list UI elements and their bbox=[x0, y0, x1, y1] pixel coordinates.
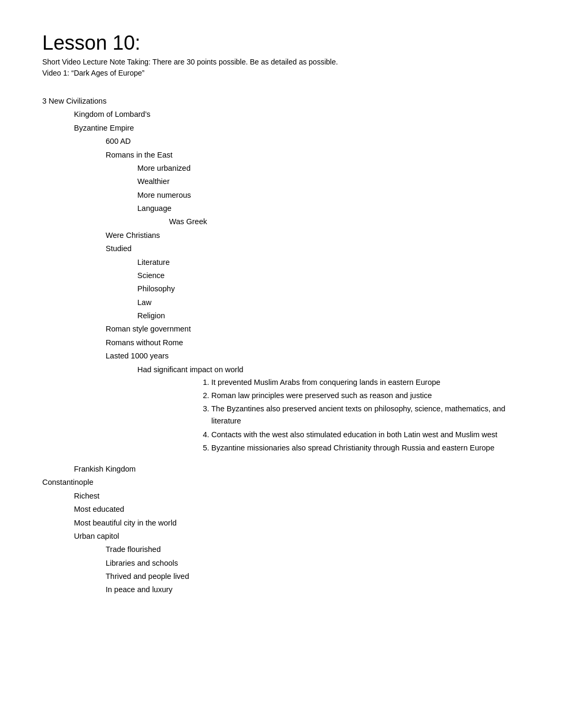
impact-item-5: Byzantine missionaries also spread Chris… bbox=[211, 442, 519, 454]
trade-flourished: Trade flourished bbox=[106, 543, 519, 556]
were-christians: Were Christians bbox=[106, 229, 519, 242]
most-beautiful: Most beautiful city in the world bbox=[74, 517, 519, 530]
more-numerous: More numerous bbox=[137, 189, 519, 202]
impact-item-3: The Byzantines also preserved ancient te… bbox=[211, 403, 519, 427]
urban-capitol: Urban capitol bbox=[74, 530, 519, 543]
language: Language bbox=[137, 202, 519, 215]
studied: Studied bbox=[106, 242, 519, 255]
subtitle: Short Video Lecture Note Taking: There a… bbox=[42, 57, 519, 79]
religion: Religion bbox=[137, 309, 519, 322]
impact-item-4: Contacts with the west also stimulated e… bbox=[211, 429, 519, 441]
constantinople: Constantinople bbox=[42, 476, 519, 489]
libraries-schools: Libraries and schools bbox=[106, 557, 519, 570]
richest: Richest bbox=[74, 490, 519, 503]
page-title: Lesson 10: bbox=[42, 32, 519, 54]
impact-item-2: Roman law principles were preserved such… bbox=[211, 390, 519, 402]
philosophy: Philosophy bbox=[137, 282, 519, 296]
romans-east: Romans in the East bbox=[106, 149, 519, 162]
more-urbanized: More urbanized bbox=[137, 162, 519, 175]
impact-item-1: It prevented Muslim Arabs from conquerin… bbox=[211, 376, 519, 389]
in-peace: In peace and luxury bbox=[106, 583, 519, 596]
most-educated: Most educated bbox=[74, 503, 519, 516]
romans-without-rome: Romans without Rome bbox=[106, 336, 519, 349]
lasted-1000: Lasted 1000 years bbox=[106, 349, 519, 363]
kingdom-lombards: Kingdom of Lombard’s bbox=[74, 108, 519, 121]
science: Science bbox=[137, 269, 519, 282]
roman-style-gov: Roman style government bbox=[106, 322, 519, 336]
law: Law bbox=[137, 296, 519, 309]
year-600: 600 AD bbox=[106, 135, 519, 148]
impact-list: It prevented Muslim Arabs from conquerin… bbox=[201, 376, 519, 454]
was-greek: Was Greek bbox=[169, 215, 519, 228]
section-label: 3 New Civilizations bbox=[42, 95, 519, 108]
had-significant: Had significant impact on world bbox=[137, 363, 519, 376]
thrived-people: Thrived and people lived bbox=[106, 570, 519, 583]
frankish-kingdom: Frankish Kingdom bbox=[74, 463, 519, 476]
outline-content: 3 New Civilizations Kingdom of Lombard’s… bbox=[42, 95, 519, 597]
literature: Literature bbox=[137, 256, 519, 269]
byzantine-empire: Byzantine Empire bbox=[74, 122, 519, 135]
wealthier: Wealthier bbox=[137, 175, 519, 188]
